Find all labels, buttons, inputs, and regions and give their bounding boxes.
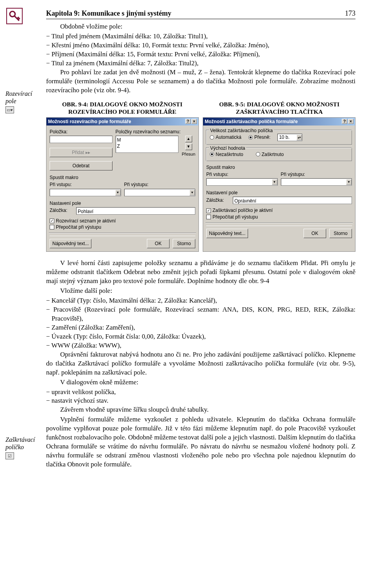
help-text-button[interactable]: Nápovědný text... bbox=[206, 229, 248, 238]
radio-label: Automatická bbox=[216, 134, 241, 140]
combo-pri-vstupu[interactable]: ▼ bbox=[206, 178, 278, 186]
label-spustit-makro: Spustit makro bbox=[206, 164, 352, 170]
checkbox-label: Přepočítat při výstupu bbox=[212, 214, 258, 220]
dialog-title: Možnosti rozevíracího pole formuláře bbox=[48, 118, 131, 125]
cancel-button[interactable]: Storno bbox=[329, 229, 352, 238]
bullet-item: Pracoviště (Rozevírací pole formuláře, R… bbox=[46, 305, 355, 323]
radio-zaskrtnuto[interactable]: Zaškrtnuto bbox=[256, 151, 284, 158]
checkbox-seznam-aktivni[interactable]: Rozevírací seznam je aktivní bbox=[50, 218, 195, 224]
cancel-button[interactable]: Storno bbox=[173, 239, 195, 248]
label-pri-vstupu: Při vstupu: bbox=[50, 181, 121, 188]
combo-pri-vystupu[interactable]: ▼ bbox=[281, 178, 352, 186]
checkbox-label: Zaškrtávací políčko je aktivní bbox=[212, 207, 273, 213]
bullet-item: upravit velikost políčka, bbox=[46, 388, 355, 397]
label-pri-vstupu: Při vstupu: bbox=[206, 171, 278, 177]
group-title-vychozi: Výchozí hodnota bbox=[209, 145, 246, 151]
label-polozky-seznamu: Položky rozevíracího seznamu: bbox=[116, 129, 195, 135]
margin-note-zaskrtavaci-policko: Zaškrtávací políčko bbox=[5, 436, 41, 451]
label-spustit-makro: Spustit makro bbox=[50, 174, 195, 181]
input-zalozka[interactable]: Pohlaví bbox=[76, 207, 195, 215]
ok-button[interactable]: OK bbox=[304, 229, 326, 238]
checkbox-icon: ☑ bbox=[5, 452, 14, 459]
label-nastaveni-pole: Nastavení pole bbox=[206, 190, 352, 196]
bullet-item: Křestní jméno (Maximální délka: 10, Form… bbox=[46, 41, 355, 50]
label-pri-vystupu: Při výstupu: bbox=[281, 171, 352, 177]
label-presun: Přesun bbox=[182, 151, 195, 157]
radio-presne[interactable]: Přesně: bbox=[248, 134, 270, 140]
combo-pri-vstupu[interactable]: ▼ bbox=[50, 189, 121, 196]
label-zalozka: Záložka: bbox=[206, 197, 230, 203]
checkbox-prepocitat[interactable]: Přepočítat při výstupu bbox=[50, 224, 195, 230]
label-polozka: Položka: bbox=[50, 129, 112, 135]
paragraph-2: Pro pohlaví lze zadat jen dvě možnosti (… bbox=[46, 68, 355, 95]
bullet-item: Titul za jménem (Maximální délka: 7, Zál… bbox=[46, 59, 355, 68]
radio-label: Přesně: bbox=[254, 134, 270, 140]
paragraph-8: Vyplnění formuláře můžeme vyzkoušet z po… bbox=[46, 415, 355, 469]
help-button[interactable]: ? bbox=[342, 119, 347, 124]
figure-caption-9-4: OBR. 9-4: DIALOGOVÉ OKNO MOŽNOSTI ROZEVÍ… bbox=[46, 100, 198, 116]
page-number: 173 bbox=[345, 9, 355, 18]
add-button[interactable]: Přidat ▸▸ bbox=[50, 148, 112, 157]
checkbox-label: Přepočítat při výstupu bbox=[56, 224, 101, 230]
margin-note-rozeviraci-pole: Rozevírací pole bbox=[5, 90, 41, 105]
paragraph-5: Oprávnění fakturovat nabývá hodnotu ano … bbox=[46, 350, 355, 377]
dialog-title: Možnosti zaškrtávacího políčka formuláře bbox=[205, 118, 298, 125]
bullet-item: Zaměření (Záložka: Zaměření), bbox=[46, 323, 355, 332]
move-down-button[interactable]: ▼ bbox=[185, 143, 192, 150]
dialog-checkbox-options: Možnosti zaškrtávacího políčka formuláře… bbox=[203, 117, 355, 252]
key-logo-icon bbox=[6, 8, 23, 24]
bullet-item: Kancelář (Typ: číslo, Maximální délka: 2… bbox=[46, 296, 355, 305]
paragraph-lead-1: Obdobně vložíme pole: bbox=[46, 22, 355, 31]
figure-caption-9-5: OBR. 9-5: DIALOGOVÉ OKNO MOŽNOSTI ZAŠKRT… bbox=[203, 100, 355, 116]
bullet-item: WWW (Záložka: WWW), bbox=[46, 341, 355, 350]
bullet-item: Příjmení (Maximální délka: 15, Formát te… bbox=[46, 50, 355, 59]
input-polozka[interactable] bbox=[50, 136, 112, 143]
spinner-velikost[interactable]: 10 b.▴▾ bbox=[277, 134, 302, 141]
paragraph-7: Závěrem vhodně upravíme šířku sloupců dr… bbox=[46, 405, 355, 414]
ok-button[interactable]: OK bbox=[147, 239, 170, 248]
help-button[interactable]: ? bbox=[185, 119, 191, 124]
checkbox-policko-aktivni[interactable]: Zaškrtávací políčko je aktivní bbox=[206, 207, 352, 213]
radio-label: Zaškrtnuto bbox=[262, 151, 284, 158]
close-button[interactable]: × bbox=[191, 119, 197, 124]
label-zalozka: Záložka: bbox=[50, 207, 73, 213]
radio-label: Nezaškrtnuto bbox=[216, 151, 243, 158]
label-pri-vystupu: Při výstupu: bbox=[124, 181, 196, 188]
move-up-button[interactable]: ▲ bbox=[185, 136, 192, 142]
group-title-velikost: Velikost zaškrtávacího políčka bbox=[209, 127, 274, 134]
input-zalozka[interactable]: Oprávnění bbox=[233, 197, 352, 204]
spinner-value: 10 b. bbox=[279, 134, 289, 140]
paragraph-lead-6: V dialogovém okně můžeme: bbox=[46, 378, 355, 387]
close-button[interactable]: × bbox=[348, 119, 354, 124]
list-item[interactable]: M bbox=[117, 137, 177, 143]
radio-nezaskrtnuto[interactable]: Nezaškrtnuto bbox=[210, 151, 243, 158]
list-item[interactable]: Z bbox=[117, 143, 177, 149]
bullet-item: Titul před jménem (Maximální délka: 10, … bbox=[46, 32, 355, 41]
label-nastaveni-pole: Nastavení pole bbox=[50, 200, 195, 206]
checkbox-prepocitat[interactable]: Přepočítat při výstupu bbox=[206, 214, 352, 220]
help-text-button[interactable]: Nápovědný text... bbox=[50, 239, 91, 248]
combobox-icon: ▭▾ bbox=[5, 106, 14, 113]
chapter-title: Kapitola 9: Komunikace s jinými systémy bbox=[46, 9, 171, 18]
bullet-item: Úvazek (Typ: číslo, Formát čísla: 0,00, … bbox=[46, 332, 355, 341]
combo-pri-vystupu[interactable]: ▼ bbox=[124, 189, 196, 196]
checkbox-label: Rozevírací seznam je aktivní bbox=[56, 218, 116, 224]
dialog-combobox-options: Možnosti rozevíracího pole formuláře ? ×… bbox=[46, 117, 199, 252]
listbox-items[interactable]: M Z bbox=[116, 136, 179, 153]
paragraph-3: V levé horní části zapisujeme položky se… bbox=[46, 259, 355, 286]
radio-automaticka[interactable]: Automatická bbox=[210, 134, 241, 140]
remove-button[interactable]: Odebrat bbox=[50, 161, 112, 170]
paragraph-lead-4: Vložíme další pole: bbox=[46, 287, 355, 296]
bullet-item: nastavit výchozí stav. bbox=[46, 396, 355, 405]
